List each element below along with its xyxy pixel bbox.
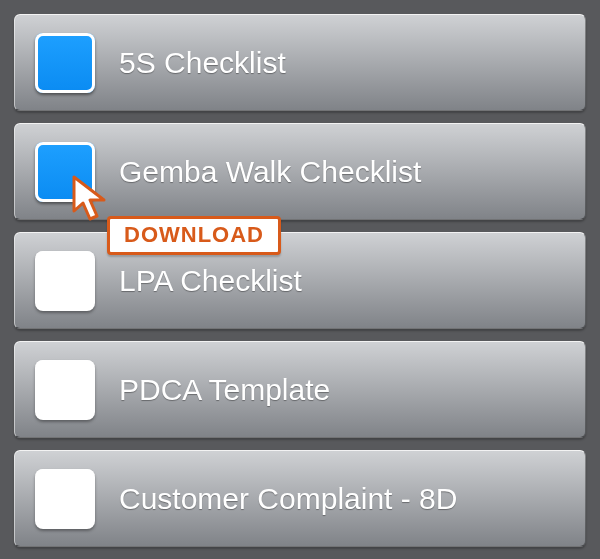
checkbox[interactable] — [35, 469, 95, 529]
list-item-label: 5S Checklist — [119, 46, 286, 80]
list-item[interactable]: 5S Checklist — [14, 14, 586, 111]
checkbox[interactable] — [35, 33, 95, 93]
checkbox[interactable] — [35, 142, 95, 202]
checkbox[interactable] — [35, 251, 95, 311]
checklist-list: 5S Checklist Gemba Walk Checklist LPA Ch… — [14, 14, 586, 547]
list-item[interactable]: Gemba Walk Checklist — [14, 123, 586, 220]
list-item-label: Customer Complaint - 8D — [119, 482, 457, 516]
list-item[interactable]: PDCA Template — [14, 341, 586, 438]
checkbox[interactable] — [35, 360, 95, 420]
list-item-label: Gemba Walk Checklist — [119, 155, 421, 189]
list-item[interactable]: Customer Complaint - 8D — [14, 450, 586, 547]
list-item-label: LPA Checklist — [119, 264, 302, 298]
list-item-label: PDCA Template — [119, 373, 330, 407]
list-item[interactable]: LPA Checklist — [14, 232, 586, 329]
